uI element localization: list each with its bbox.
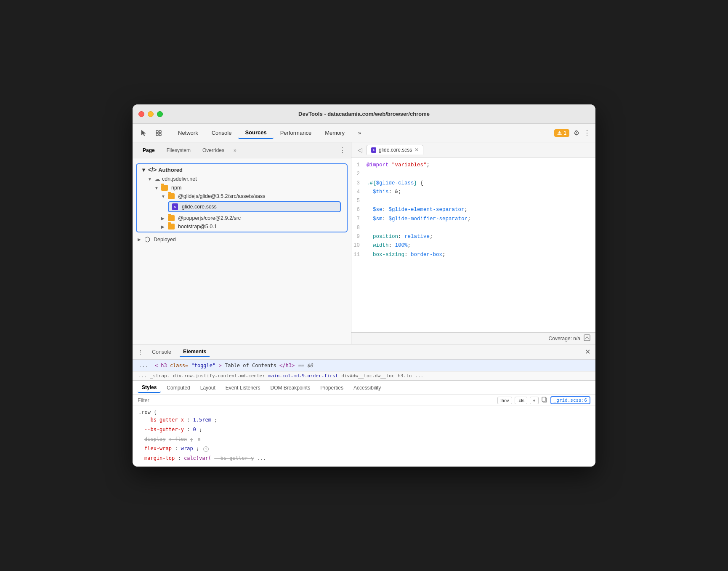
console-menu-button[interactable]: ⋮ <box>138 349 143 355</box>
breadcrumb-bar: ... _strap. div.row.justify-content-md-c… <box>133 371 595 381</box>
breadcrumb-h3[interactable]: h3.to <box>398 373 412 379</box>
minimize-button[interactable] <box>148 111 154 117</box>
devtools-window: DevTools - datacadamia.com/web/browser/c… <box>133 104 595 467</box>
window-title: DevTools - datacadamia.com/web/browser/c… <box>298 111 430 117</box>
main-content: Page Filesystem Overrides » ⋮ ▼ </> Auth… <box>133 142 595 344</box>
panel-menu-button[interactable]: ⋮ <box>339 146 346 154</box>
flex-wrap-info-icon[interactable]: i <box>203 446 209 452</box>
tab-page[interactable]: Page <box>138 146 160 155</box>
tab-network[interactable]: Network <box>171 127 205 139</box>
close-button[interactable] <box>138 111 144 117</box>
notification-icon: ⚠ <box>557 130 562 136</box>
tab-event-listeners[interactable]: Event Listeners <box>221 383 265 392</box>
tab-more-icon[interactable]: » <box>231 146 239 155</box>
tab-overrides[interactable]: Overrides <box>197 146 229 155</box>
scss-file-icon: S <box>172 203 178 210</box>
tab-layout[interactable]: Layout <box>196 383 220 392</box>
tab-console[interactable]: Console <box>205 127 239 139</box>
authored-label[interactable]: ▼ </> Authored <box>138 165 346 174</box>
add-style-button[interactable]: + <box>530 397 538 404</box>
code-tabs: ◁ S glide.core.scss ✕ <box>351 142 595 157</box>
more-icon[interactable]: ⋮ <box>584 129 590 137</box>
tab-dom-breakpoints[interactable]: DOM Breakpoints <box>266 383 314 392</box>
tab-computed[interactable]: Computed <box>162 383 194 392</box>
tree-item-npm[interactable]: ▼ npm <box>138 184 346 192</box>
authored-section: ▼ </> Authored ▼ ☁ cdn.jsdelivr.net ▼ <box>136 163 348 232</box>
tab-elements[interactable]: Elements <box>180 347 210 357</box>
layers-icon[interactable] <box>153 127 165 139</box>
filter-input[interactable] <box>138 398 494 403</box>
deployed-icon: ⬡ <box>144 235 150 243</box>
breadcrumb-strap[interactable]: _strap. <box>150 373 170 379</box>
expand-arrow: ▶ <box>161 216 166 221</box>
folder-icon <box>168 215 175 221</box>
tab-scss-icon: S <box>371 147 376 153</box>
css-prop-flex-wrap: flex-wrap : wrap ; i <box>144 444 590 454</box>
tab-close-button[interactable]: ✕ <box>414 147 419 153</box>
cls-button[interactable]: .cls <box>515 397 528 404</box>
tab-properties[interactable]: Properties <box>316 383 348 392</box>
css-source-ref[interactable]: _grid.scss:6 <box>550 396 590 404</box>
breadcrumb-div-toc[interactable]: div#dw__toc.dw__toc <box>341 373 394 379</box>
filter-bar: :hov .cls + _grid.scss:6 <box>133 395 595 406</box>
svg-rect-3 <box>159 133 161 136</box>
tree-item-glidejs[interactable]: ▼ @glidejs/glide@3.5.2/src/assets/sass <box>138 192 346 200</box>
maximize-button[interactable] <box>157 111 163 117</box>
expand-arrow: ▼ <box>161 194 166 199</box>
cursor-icon[interactable] <box>138 127 149 139</box>
tree-item-bootstrap[interactable]: ▶ bootstrap@5.0.1 <box>138 222 346 231</box>
svg-rect-1 <box>159 131 161 133</box>
svg-rect-6 <box>542 397 546 401</box>
hov-button[interactable]: :hov <box>497 397 512 404</box>
code-line-1: 1 @import "variables"; <box>351 161 595 170</box>
bottom-panel-close[interactable]: ✕ <box>585 348 590 356</box>
styles-tabs: Styles Computed Layout Event Listeners D… <box>133 381 595 395</box>
css-prop-margin-top: margin-top : calc(var( --bs-gutter-y ... <box>144 454 590 463</box>
settings-icon[interactable]: ⚙ <box>574 129 579 137</box>
tab-console-bottom[interactable]: Console <box>149 347 175 357</box>
tab-sources[interactable]: Sources <box>238 127 273 139</box>
css-selector: .row { <box>138 409 590 415</box>
back-nav-button[interactable]: ◁ <box>355 145 365 155</box>
code-line-9: 9 position: relative; <box>351 232 595 241</box>
element-path: ... < h3 class= "toggle" > Table of Cont… <box>133 360 595 371</box>
tab-filesystem[interactable]: Filesystem <box>162 146 196 155</box>
toolbar-right: ⚠ 1 ⚙ ⋮ <box>554 129 590 137</box>
bottom-panel: ⋮ Console Elements ✕ ... < h3 class= "to… <box>133 344 595 467</box>
file-tree: ▼ </> Authored ▼ ☁ cdn.jsdelivr.net ▼ <box>133 158 351 344</box>
breadcrumb-div-row[interactable]: div.row.justify-content-md-center <box>173 373 265 379</box>
copy-styles-icon[interactable] <box>541 396 548 404</box>
scss-file-selected[interactable]: S glide.core.scss <box>168 201 341 212</box>
tab-performance[interactable]: Performance <box>274 127 318 139</box>
tab-more[interactable]: » <box>351 127 368 139</box>
notification-badge[interactable]: ⚠ 1 <box>554 129 569 137</box>
code-line-11: 11 box-sizing: border-box; <box>351 251 595 259</box>
css-prop-gutter-y: --bs-gutter-y : 0 ; <box>144 425 590 435</box>
tree-item-popperjs[interactable]: ▶ @popperjs/core@2.9.2/src <box>138 214 346 222</box>
code-line-5: 5 <box>351 197 595 205</box>
coverage-bar: Coverage: n/a <box>351 332 595 344</box>
tree-item-deployed[interactable]: ▶ ⬡ Deployed <box>133 234 351 245</box>
folder-icon <box>161 185 168 191</box>
tree-item-cdn[interactable]: ▼ ☁ cdn.jsdelivr.net <box>138 174 346 184</box>
breadcrumb-ellipsis-left[interactable]: ... <box>138 373 147 379</box>
breadcrumb-ellipsis-right[interactable]: ... <box>415 373 423 379</box>
authored-arrow: ▼ <box>141 167 146 173</box>
expand-arrow: ▶ <box>161 224 166 229</box>
expand-arrow: ▼ <box>148 177 153 181</box>
tab-styles[interactable]: Styles <box>138 383 161 393</box>
traffic-lights <box>138 111 163 117</box>
code-editor[interactable]: 1 @import "variables"; 2 3 .#{$glide-cla… <box>351 157 595 332</box>
breadcrumb-main[interactable]: main.col-md-9.order-first <box>268 373 338 379</box>
code-tab-glide-core-scss[interactable]: S glide.core.scss ✕ <box>367 145 423 155</box>
code-line-8: 8 <box>351 224 595 232</box>
tab-accessibility[interactable]: Accessibility <box>349 383 385 392</box>
toolbar-icons <box>138 127 165 139</box>
tab-memory[interactable]: Memory <box>318 127 351 139</box>
authored-code-icon: </> <box>148 166 157 173</box>
folder-icon <box>168 224 175 229</box>
tree-item-glide-core-scss[interactable]: S glide.core.scss <box>169 202 340 211</box>
coverage-expand-icon[interactable] <box>584 334 590 342</box>
filter-actions: :hov .cls + _grid.scss:6 <box>497 396 590 404</box>
code-line-4: 4 $this: &; <box>351 188 595 197</box>
